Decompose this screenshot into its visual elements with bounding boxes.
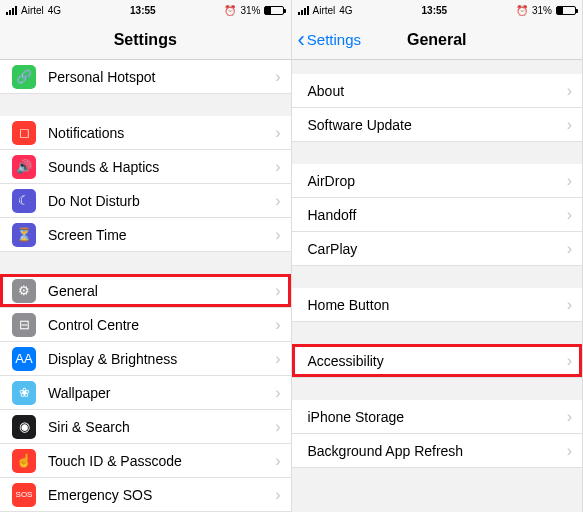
back-label: Settings (307, 31, 361, 48)
settings-row-siri-search[interactable]: ◉Siri & Search› (0, 410, 291, 444)
wallpaper-icon: ❀ (12, 381, 36, 405)
row-label: AirDrop (308, 173, 567, 189)
row-label: Background App Refresh (308, 443, 567, 459)
general-row-iphone-storage[interactable]: iPhone Storage› (292, 400, 583, 434)
general-row-handoff[interactable]: Handoff› (292, 198, 583, 232)
chevron-right-icon: › (275, 282, 280, 300)
network-label: 4G (339, 5, 352, 16)
row-label: Emergency SOS (48, 487, 275, 503)
settings-row-touch-id-passcode[interactable]: ☝Touch ID & Passcode› (0, 444, 291, 478)
settings-row-display-brightness[interactable]: AADisplay & Brightness› (0, 342, 291, 376)
chevron-right-icon: › (275, 316, 280, 334)
settings-row-personal-hotspot[interactable]: 🔗Personal Hotspot› (0, 60, 291, 94)
control-centre-icon: ⊟ (12, 313, 36, 337)
row-label: About (308, 83, 567, 99)
sos-icon: SOS (12, 483, 36, 507)
row-label: CarPlay (308, 241, 567, 257)
battery-pct: 31% (532, 5, 552, 16)
row-label: iPhone Storage (308, 409, 567, 425)
chevron-left-icon: ‹ (298, 29, 305, 51)
sounds-icon: 🔊 (12, 155, 36, 179)
nav-bar: Settings (0, 20, 291, 60)
alarm-icon: ⏰ (224, 5, 236, 16)
settings-row-control-centre[interactable]: ⊟Control Centre› (0, 308, 291, 342)
row-label: Sounds & Haptics (48, 159, 275, 175)
chevron-right-icon: › (275, 486, 280, 504)
status-time: 13:55 (422, 5, 448, 16)
settings-row-general[interactable]: ⚙General› (0, 274, 291, 308)
battery-pct: 31% (240, 5, 260, 16)
row-label: Software Update (308, 117, 567, 133)
row-label: Notifications (48, 125, 275, 141)
general-row-airdrop[interactable]: AirDrop› (292, 164, 583, 198)
general-icon: ⚙ (12, 279, 36, 303)
row-label: Accessibility (308, 353, 567, 369)
chevron-right-icon: › (567, 82, 572, 100)
battery-icon (264, 6, 284, 15)
settings-row-screen-time[interactable]: ⏳Screen Time› (0, 218, 291, 252)
notifications-icon: ◻ (12, 121, 36, 145)
chevron-right-icon: › (567, 296, 572, 314)
nav-bar: ‹ Settings General (292, 20, 583, 60)
back-button[interactable]: ‹ Settings (298, 20, 362, 59)
general-row-background-app-refresh[interactable]: Background App Refresh› (292, 434, 583, 468)
dnd-icon: ☾ (12, 189, 36, 213)
chevron-right-icon: › (275, 192, 280, 210)
general-row-software-update[interactable]: Software Update› (292, 108, 583, 142)
row-label: Screen Time (48, 227, 275, 243)
general-list[interactable]: About›Software Update›AirDrop›Handoff›Ca… (292, 60, 583, 512)
row-label: Home Button (308, 297, 567, 313)
row-label: Touch ID & Passcode (48, 453, 275, 469)
chevron-right-icon: › (567, 206, 572, 224)
general-row-about[interactable]: About› (292, 74, 583, 108)
row-label: General (48, 283, 275, 299)
row-label: Handoff (308, 207, 567, 223)
chevron-right-icon: › (567, 172, 572, 190)
display-icon: AA (12, 347, 36, 371)
touchid-icon: ☝ (12, 449, 36, 473)
row-label: Control Centre (48, 317, 275, 333)
network-label: 4G (48, 5, 61, 16)
chevron-right-icon: › (567, 240, 572, 258)
battery-icon (556, 6, 576, 15)
row-label: Display & Brightness (48, 351, 275, 367)
general-row-accessibility[interactable]: Accessibility› (292, 344, 583, 378)
general-screen: Airtel 4G 13:55 ⏰ 31% ‹ Settings General… (292, 0, 584, 512)
chevron-right-icon: › (567, 442, 572, 460)
settings-row-wallpaper[interactable]: ❀Wallpaper› (0, 376, 291, 410)
settings-screen: Airtel 4G 13:55 ⏰ 31% Settings 🔗Personal… (0, 0, 292, 512)
page-title: Settings (114, 31, 177, 49)
alarm-icon: ⏰ (516, 5, 528, 16)
row-label: Wallpaper (48, 385, 275, 401)
row-label: Personal Hotspot (48, 69, 275, 85)
page-title: General (407, 31, 467, 49)
settings-list[interactable]: 🔗Personal Hotspot›◻Notifications›🔊Sounds… (0, 60, 291, 512)
settings-row-emergency-sos[interactable]: SOSEmergency SOS› (0, 478, 291, 512)
siri-icon: ◉ (12, 415, 36, 439)
hotspot-icon: 🔗 (12, 65, 36, 89)
signal-icon (298, 6, 309, 15)
row-label: Do Not Disturb (48, 193, 275, 209)
chevron-right-icon: › (567, 116, 572, 134)
chevron-right-icon: › (567, 408, 572, 426)
status-bar: Airtel 4G 13:55 ⏰ 31% (0, 0, 291, 20)
chevron-right-icon: › (275, 384, 280, 402)
screentime-icon: ⏳ (12, 223, 36, 247)
carrier-label: Airtel (313, 5, 336, 16)
carrier-label: Airtel (21, 5, 44, 16)
chevron-right-icon: › (567, 352, 572, 370)
chevron-right-icon: › (275, 350, 280, 368)
status-time: 13:55 (130, 5, 156, 16)
settings-row-notifications[interactable]: ◻Notifications› (0, 116, 291, 150)
chevron-right-icon: › (275, 124, 280, 142)
status-bar: Airtel 4G 13:55 ⏰ 31% (292, 0, 583, 20)
settings-row-sounds-haptics[interactable]: 🔊Sounds & Haptics› (0, 150, 291, 184)
general-row-carplay[interactable]: CarPlay› (292, 232, 583, 266)
settings-row-do-not-disturb[interactable]: ☾Do Not Disturb› (0, 184, 291, 218)
chevron-right-icon: › (275, 68, 280, 86)
row-label: Siri & Search (48, 419, 275, 435)
general-row-home-button[interactable]: Home Button› (292, 288, 583, 322)
signal-icon (6, 6, 17, 15)
chevron-right-icon: › (275, 226, 280, 244)
chevron-right-icon: › (275, 418, 280, 436)
